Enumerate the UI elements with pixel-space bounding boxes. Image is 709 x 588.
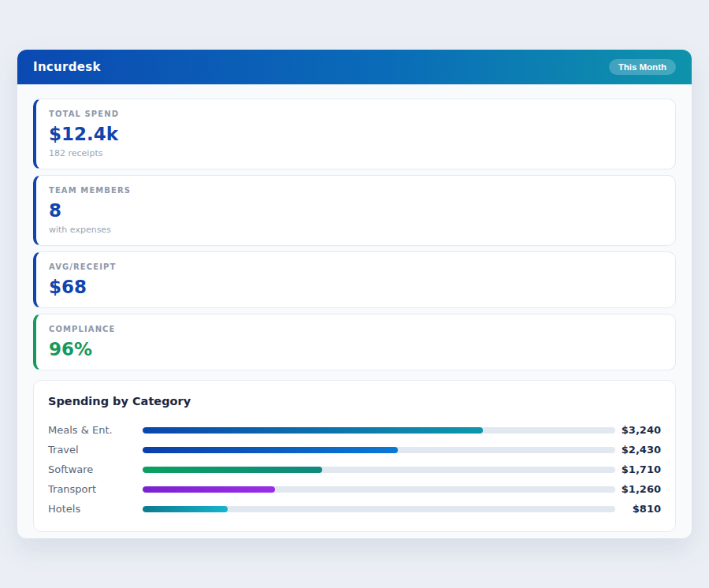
stat-label: COMPLIANCE — [49, 325, 663, 334]
bar-track — [143, 427, 615, 434]
stat-value: $68 — [49, 277, 663, 297]
bar-fill — [143, 467, 322, 473]
stat-value: $12.4k — [49, 124, 663, 144]
bar-track — [143, 447, 615, 453]
bar-fill — [143, 427, 483, 434]
stat-subtext: with expenses — [49, 225, 663, 235]
dashboard-card: Incurdesk This Month TOTAL SPEND$12.4k18… — [17, 50, 692, 538]
category-amount: $1,710 — [615, 463, 661, 475]
stat-label: TOTAL SPEND — [49, 110, 663, 119]
bar-track — [143, 467, 615, 473]
category-row: Transport$1,260 — [48, 479, 661, 499]
category-label: Software — [48, 463, 143, 475]
bar-fill — [143, 506, 228, 512]
stats-list: TOTAL SPEND$12.4k182 receiptsTEAM MEMBER… — [33, 99, 676, 370]
app-body: TOTAL SPEND$12.4k182 receiptsTEAM MEMBER… — [17, 84, 692, 538]
stat-card-compliance: COMPLIANCE96% — [33, 314, 676, 370]
stat-value: 96% — [49, 339, 663, 359]
bar-fill — [143, 447, 398, 453]
category-label: Hotels — [48, 503, 143, 515]
bar-fill — [143, 486, 275, 493]
category-amount: $810 — [615, 503, 661, 515]
stat-card-total-spend: TOTAL SPEND$12.4k182 receipts — [33, 99, 676, 169]
stat-label: TEAM MEMBERS — [49, 186, 663, 195]
stat-subtext: 182 receipts — [49, 148, 663, 158]
category-label: Transport — [48, 483, 143, 495]
category-amount: $3,240 — [615, 424, 661, 436]
stat-card-avg-receipt: AVG/RECEIPT$68 — [33, 251, 676, 308]
category-row: Travel$2,430 — [48, 440, 661, 460]
category-label: Travel — [48, 444, 143, 456]
category-amount: $2,430 — [615, 444, 661, 456]
period-badge[interactable]: This Month — [609, 59, 676, 75]
panel-title: Spending by Category — [48, 393, 661, 409]
category-row: Hotels$810 — [48, 499, 661, 519]
stat-value: 8 — [49, 200, 663, 221]
category-row: Software$1,710 — [48, 460, 661, 479]
category-bar-chart: Meals & Ent.$3,240Travel$2,430Software$1… — [48, 420, 661, 519]
stat-label: AVG/RECEIPT — [49, 262, 663, 272]
app-title: Incurdesk — [33, 60, 101, 74]
app-header: Incurdesk This Month — [17, 50, 692, 84]
spending-by-category-panel: Spending by Category Meals & Ent.$3,240T… — [33, 380, 676, 532]
bar-track — [143, 486, 615, 493]
category-label: Meals & Ent. — [48, 424, 143, 436]
stat-card-team-members: TEAM MEMBERS8with expenses — [33, 175, 676, 246]
bar-track — [143, 506, 615, 512]
category-row: Meals & Ent.$3,240 — [48, 420, 661, 440]
category-amount: $1,260 — [615, 483, 661, 495]
